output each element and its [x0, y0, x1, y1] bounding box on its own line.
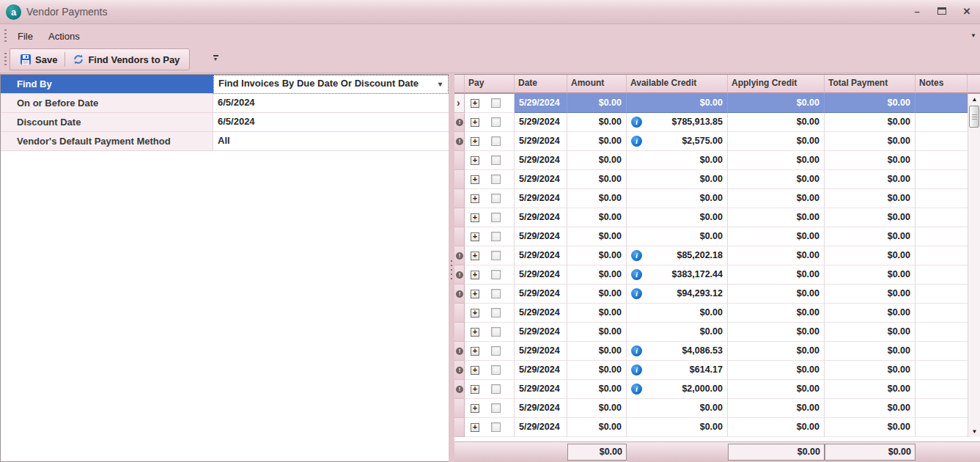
invoice-row[interactable]: !+5/29/2024$0.00$4,086.53i$0.00$0.00: [454, 342, 980, 361]
info-icon[interactable]: i: [631, 384, 642, 395]
toolbar-grip-handle[interactable]: [4, 53, 7, 67]
pay-checkbox[interactable]: [491, 270, 501, 279]
find-vendors-to-pay-button[interactable]: Find Vendors to Pay: [67, 51, 185, 67]
minimize-button[interactable]: –: [908, 4, 926, 19]
dropdown-arrow-icon[interactable]: ▾: [438, 76, 442, 93]
invoice-row[interactable]: !+5/29/2024$0.00$383,172.44i$0.00$0.00: [454, 265, 980, 285]
menu-overflow-arrow-icon[interactable]: ▼: [970, 32, 976, 39]
scroll-up-icon[interactable]: ▲: [968, 94, 980, 105]
total-payment-cell: $0.00: [825, 304, 915, 323]
filter-label[interactable]: Discount Date: [1, 113, 213, 132]
toolbar-overflow-button[interactable]: ▼: [211, 55, 220, 61]
invoice-row[interactable]: !+5/29/2024$0.00$614.17i$0.00$0.00: [454, 361, 980, 380]
expand-row-button[interactable]: +: [471, 137, 479, 146]
invoice-row[interactable]: !+5/29/2024$0.00$94,293.12i$0.00$0.00: [454, 285, 980, 304]
invoice-row[interactable]: +5/29/2024$0.00$0.00$0.00$0.00: [454, 189, 980, 208]
menu-grip-handle[interactable]: [4, 29, 7, 42]
column-header-available-credit[interactable]: Available Credit: [627, 75, 728, 94]
pay-checkbox[interactable]: [491, 194, 501, 203]
save-button[interactable]: Save: [15, 51, 62, 67]
expand-row-button[interactable]: +: [471, 232, 479, 241]
pay-checkbox[interactable]: [491, 98, 501, 108]
column-header-amount[interactable]: Amount: [567, 75, 627, 94]
date-cell: 5/29/2024: [515, 170, 567, 189]
pay-checkbox[interactable]: [491, 289, 501, 298]
pay-checkbox[interactable]: [491, 155, 501, 165]
pay-checkbox[interactable]: [491, 403, 501, 413]
expand-row-button[interactable]: +: [471, 347, 479, 356]
pay-checkbox[interactable]: [491, 308, 501, 318]
expand-row-button[interactable]: +: [471, 194, 479, 203]
info-icon[interactable]: i: [631, 117, 642, 128]
expand-row-button[interactable]: +: [471, 366, 479, 375]
invoice-row[interactable]: !+5/29/2024$0.00$85,202.18i$0.00$0.00: [454, 246, 980, 265]
pay-checkbox[interactable]: [491, 384, 501, 394]
invoice-row[interactable]: ›+5/29/2024$0.00$0.00$0.00$0.00: [454, 94, 980, 113]
invoice-row[interactable]: !+5/29/2024$0.00$2,000.00i$0.00$0.00: [454, 380, 980, 399]
panel-splitter[interactable]: [449, 74, 454, 462]
menu-file[interactable]: File: [13, 29, 37, 43]
pay-checkbox[interactable]: [491, 232, 501, 241]
invoice-row[interactable]: +5/29/2024$0.00$0.00$0.00$0.00: [454, 170, 980, 189]
expand-row-button[interactable]: +: [471, 385, 479, 394]
expand-row-button[interactable]: +: [471, 156, 479, 165]
pay-checkbox[interactable]: [491, 346, 501, 356]
info-icon[interactable]: i: [631, 288, 642, 299]
expand-row-button[interactable]: +: [471, 252, 479, 260]
invoice-row[interactable]: +5/29/2024$0.00$0.00$0.00$0.00: [454, 151, 980, 170]
scrollbar-thumb[interactable]: [969, 106, 979, 128]
expand-row-button[interactable]: +: [471, 290, 479, 298]
info-icon[interactable]: i: [631, 364, 642, 375]
filter-value[interactable]: 6/5/2024: [213, 113, 449, 132]
expand-row-button[interactable]: +: [471, 118, 479, 127]
info-icon[interactable]: i: [631, 250, 642, 261]
column-header-pay[interactable]: Pay: [465, 75, 515, 94]
expand-row-button[interactable]: +: [471, 423, 479, 432]
filter-label[interactable]: Vendor's Default Payment Method: [1, 132, 213, 151]
invoice-row[interactable]: +5/29/2024$0.00$0.00$0.00$0.00: [454, 323, 980, 342]
maximize-button[interactable]: [933, 4, 951, 19]
invoice-row[interactable]: +5/29/2024$0.00$0.00$0.00$0.00: [454, 399, 980, 418]
scroll-down-icon[interactable]: ▼: [968, 426, 980, 437]
info-icon[interactable]: i: [631, 345, 642, 356]
pay-checkbox[interactable]: [491, 365, 501, 375]
filter-label[interactable]: On or Before Date: [1, 94, 213, 113]
menu-actions[interactable]: Actions: [44, 29, 84, 43]
column-header-notes[interactable]: Notes: [915, 75, 968, 94]
pay-checkbox[interactable]: [491, 422, 501, 432]
invoice-row[interactable]: +5/29/2024$0.00$0.00$0.00$0.00: [454, 418, 980, 437]
pay-checkbox[interactable]: [491, 213, 501, 222]
pay-checkbox[interactable]: [491, 327, 501, 337]
expand-row-button[interactable]: +: [471, 404, 479, 413]
info-icon[interactable]: i: [631, 269, 642, 280]
expand-row-button[interactable]: +: [471, 309, 479, 318]
expand-row-button[interactable]: +: [471, 328, 479, 337]
expand-row-button[interactable]: +: [471, 213, 479, 222]
invoice-row[interactable]: +5/29/2024$0.00$0.00$0.00$0.00: [454, 208, 980, 227]
filter-row[interactable]: Vendor's Default Payment MethodAll: [1, 132, 449, 151]
pay-checkbox[interactable]: [491, 251, 501, 260]
filter-value[interactable]: All: [213, 132, 449, 151]
close-button[interactable]: ✕: [958, 4, 976, 19]
column-header-total-payment[interactable]: Total Payment: [825, 75, 915, 94]
column-header-date[interactable]: Date: [515, 75, 567, 94]
invoice-row[interactable]: !+5/29/2024$0.00$2,575.00i$0.00$0.00: [454, 132, 980, 151]
expand-row-button[interactable]: +: [471, 175, 479, 184]
expand-row-button[interactable]: +: [471, 99, 479, 108]
expand-row-button[interactable]: +: [471, 271, 479, 279]
filter-value[interactable]: Find Invoices By Due Date Or Discount Da…: [213, 75, 449, 94]
pay-checkbox[interactable]: [491, 136, 501, 146]
filter-row[interactable]: Find ByFind Invoices By Due Date Or Disc…: [1, 75, 449, 94]
filter-value[interactable]: 6/5/2024: [213, 94, 449, 113]
column-header-applying-credit[interactable]: Applying Credit: [728, 75, 825, 94]
vertical-scrollbar[interactable]: ▲ ▼: [968, 94, 980, 437]
invoice-row[interactable]: +5/29/2024$0.00$0.00$0.00$0.00: [454, 227, 980, 246]
info-icon[interactable]: i: [631, 136, 642, 147]
invoice-row[interactable]: !+5/29/2024$0.00$785,913.85i$0.00$0.00: [454, 113, 980, 132]
filter-label[interactable]: Find By: [1, 75, 213, 94]
pay-checkbox[interactable]: [491, 175, 501, 184]
invoice-row[interactable]: +5/29/2024$0.00$0.00$0.00$0.00: [454, 304, 980, 323]
filter-row[interactable]: On or Before Date6/5/2024: [1, 94, 449, 113]
filter-row[interactable]: Discount Date6/5/2024: [1, 113, 449, 132]
pay-checkbox[interactable]: [491, 117, 501, 127]
